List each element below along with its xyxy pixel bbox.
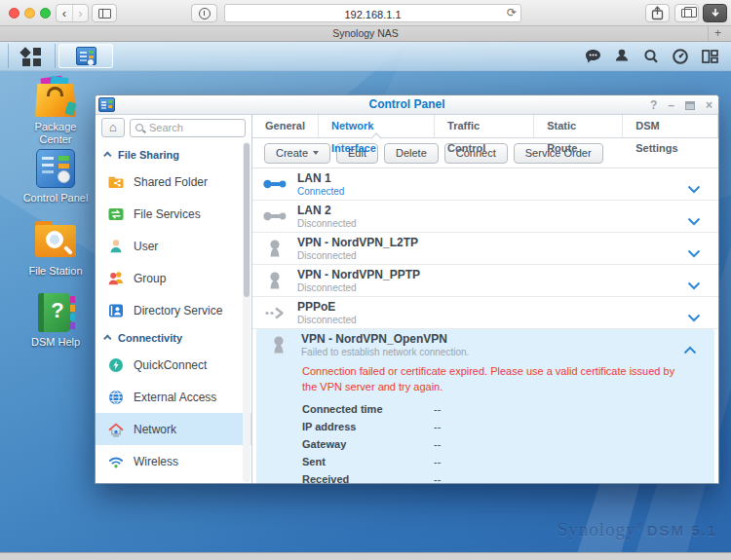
traffic-light-zoom-button[interactable]	[40, 8, 51, 19]
sidebar-item-network[interactable]: Network	[96, 413, 251, 445]
detail-row: Received --	[256, 470, 714, 484]
sidebar-icon	[98, 9, 111, 19]
detail-value: --	[434, 456, 441, 467]
user-icon	[107, 238, 125, 255]
desktop-icon-file-station[interactable]: File Station	[19, 221, 93, 278]
sidebar-scrollbar-thumb[interactable]	[244, 143, 250, 297]
tab-traffic-control[interactable]: Traffic Control	[435, 115, 534, 137]
desktop-icon-label: Package Center	[19, 121, 93, 146]
taskbar-control-panel-button[interactable]	[58, 44, 113, 68]
sidebar-item-wireless[interactable]: Wireless	[96, 445, 251, 477]
window-titlebar[interactable]: Control Panel ? – ×	[96, 95, 718, 115]
delete-button[interactable]: Delete	[384, 143, 439, 164]
sidebar-item-quickconnect[interactable]: QuickConnect	[96, 349, 251, 381]
interface-row-pppoe[interactable]: PPPoE Disconnected	[252, 297, 718, 329]
dropdown-caret-icon	[313, 151, 319, 155]
chevron-down-icon[interactable]	[687, 244, 701, 262]
interface-row-vpn-pptp[interactable]: VPN - NordVPN_PPTP Disconnected	[252, 265, 718, 297]
chevron-down-icon[interactable]	[687, 180, 701, 198]
window-icon	[98, 97, 115, 112]
tab-overview-button[interactable]	[674, 4, 699, 22]
widgets-button[interactable]	[700, 47, 719, 66]
traffic-light-minimize-button[interactable]	[24, 8, 35, 19]
sidebar-item-security[interactable]: Security	[96, 477, 251, 484]
dsm-desktop: Package Center Control Panel File Statio…	[0, 42, 731, 552]
home-button[interactable]: ⌂	[101, 118, 125, 137]
vpn-error-message: Connection failed or certificate expired…	[256, 360, 714, 400]
sidebar-item-external-access[interactable]: External Access	[96, 381, 251, 413]
section-header-connectivity[interactable]: Connectivity	[96, 326, 251, 349]
chevron-up-icon	[103, 334, 111, 342]
onepassword-icon	[199, 8, 211, 19]
url-input[interactable]	[225, 7, 520, 23]
window-controls: ? – ×	[650, 95, 712, 115]
browser-tab[interactable]: Synology NAS	[0, 27, 731, 39]
window-body: ⌂ File Sharing	[96, 115, 718, 484]
interface-status: Failed to establish network connection.	[301, 347, 469, 357]
tab-network-interface[interactable]: Network Interface	[319, 115, 435, 137]
downloads-button[interactable]	[703, 4, 727, 22]
search-input[interactable]	[149, 120, 242, 136]
reload-button[interactable]: ⟳	[507, 6, 517, 19]
sidebar-item-file-services[interactable]: File Services	[96, 198, 251, 230]
desktop-icon-package-center[interactable]: Package Center	[19, 77, 93, 146]
tab-overview-icon	[681, 9, 692, 18]
chevron-down-icon[interactable]	[687, 212, 701, 230]
create-button[interactable]: Create	[264, 143, 330, 164]
pppoe-arrow-icon	[252, 306, 297, 320]
close-button[interactable]: ×	[706, 95, 712, 115]
taskbar-divider	[55, 44, 56, 68]
expanded-row-header[interactable]: VPN - NordVPN_OpenVPN Failed to establis…	[256, 329, 714, 360]
minimize-button[interactable]: –	[668, 95, 674, 115]
sidebar-item-shared-folder[interactable]: Shared Folder	[96, 166, 251, 198]
search-icon	[642, 48, 660, 65]
sidebar-item-user[interactable]: User	[96, 230, 251, 262]
maximize-button[interactable]	[685, 101, 695, 110]
window-title: Control Panel	[96, 95, 718, 114]
taskbar-tray	[583, 47, 719, 66]
file-services-icon	[107, 205, 125, 223]
section-header-file-sharing[interactable]: File Sharing	[96, 143, 251, 166]
main-menu-button[interactable]	[10, 43, 53, 69]
interface-status: Disconnected	[297, 218, 357, 229]
external-access-globe-icon	[107, 389, 125, 406]
interface-row-lan2[interactable]: LAN 2 Disconnected	[252, 201, 718, 233]
pilot-view-button[interactable]	[671, 47, 690, 66]
dsm-taskbar	[0, 42, 731, 71]
control-panel-sidebar: ⌂ File Sharing	[96, 115, 252, 484]
interface-row-lan1[interactable]: LAN 1 Connected	[252, 168, 718, 201]
browser-tab-bar: Synology NAS +	[0, 26, 731, 42]
dsm-watermark: Synology® DSM 5.1	[558, 519, 717, 541]
tab-dsm-settings[interactable]: DSM Settings	[623, 115, 718, 137]
sidebar-item-group[interactable]: Group	[96, 262, 251, 294]
detail-label: IP address	[302, 421, 434, 432]
back-button[interactable]: ‹	[57, 5, 72, 21]
sidebar-list: File Sharing Shared Folder	[96, 139, 251, 484]
interface-status: Disconnected	[297, 250, 418, 261]
tab-static-route[interactable]: Static Route	[534, 115, 623, 137]
share-button[interactable]	[645, 4, 670, 22]
user-options-button[interactable]	[612, 47, 632, 66]
chevron-down-icon[interactable]	[687, 277, 701, 294]
detail-label: Sent	[302, 456, 434, 467]
detail-label: Connected time	[302, 403, 434, 415]
forward-button[interactable]: ›	[72, 5, 88, 21]
tab-general[interactable]: General	[252, 115, 319, 137]
download-icon	[711, 8, 720, 19]
chevron-up-icon[interactable]	[683, 341, 697, 358]
lan-disconnected-icon	[252, 209, 297, 223]
traffic-light-close-button[interactable]	[9, 8, 19, 19]
desktop-icon-label: DSM Help	[19, 336, 93, 349]
onepassword-extension-button[interactable]	[191, 4, 217, 22]
interface-name: LAN 2	[297, 204, 357, 217]
sidebar-toggle-button[interactable]	[92, 4, 117, 22]
help-button[interactable]: ?	[650, 95, 657, 115]
sidebar-item-directory-service[interactable]: Directory Service	[96, 294, 251, 326]
search-button[interactable]	[641, 47, 661, 66]
notifications-button[interactable]	[583, 47, 602, 66]
desktop-icon-dsm-help[interactable]: ? DSM Help	[19, 292, 93, 349]
chevron-down-icon[interactable]	[687, 309, 701, 326]
new-tab-button[interactable]: +	[708, 26, 727, 41]
interface-row-vpn-l2tp[interactable]: VPN - NordVPN_L2TP Disconnected	[252, 233, 718, 265]
desktop-icon-control-panel[interactable]: Control Panel	[19, 148, 93, 205]
